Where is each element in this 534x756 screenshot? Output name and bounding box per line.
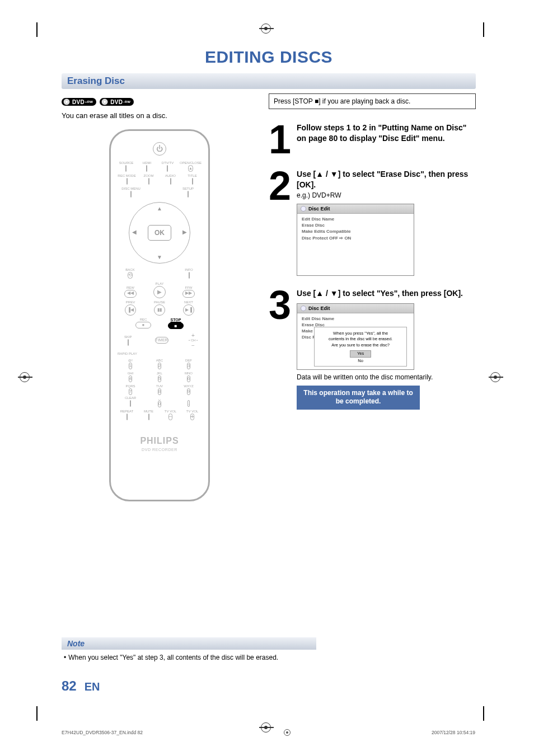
btn-label: DISC MENU xyxy=(121,187,140,190)
btn-label: CLEAR xyxy=(125,396,136,400)
generic-button xyxy=(148,414,149,420)
num-button: 8 xyxy=(158,388,161,395)
num-button: 1 xyxy=(129,363,132,369)
step-text: Use [▲ / ▼] to select "Erase Disc", then… xyxy=(297,169,476,190)
next-icon: ▶▐ xyxy=(183,304,194,316)
popup-line: Are you sure to erase the disc? xyxy=(318,342,403,349)
step-3: 3 Use [▲ / ▼] to select "Yes", then pres… xyxy=(269,288,476,410)
print-footer: E7H42UD_DVDR3506-37_EN.indd 82 2007/12/2… xyxy=(62,729,475,736)
btn-label: PREV xyxy=(126,300,135,304)
btn-label: TITLE xyxy=(188,174,196,177)
menu-title: Disc Edit xyxy=(297,304,414,313)
menu-item: Make Edits Compatible xyxy=(302,228,409,234)
step-number: 3 xyxy=(269,288,291,322)
print-date: 2007/12/28 10:54:19 xyxy=(432,730,475,735)
section-heading-bar: Erasing Disc xyxy=(62,73,476,89)
dot-button: . xyxy=(188,400,190,407)
result-text: Data will be written onto the disc momen… xyxy=(297,373,476,381)
btn-label: DTV/TV xyxy=(162,161,174,165)
note-box: Note When you select "Yes" at step 3, al… xyxy=(62,637,316,666)
popup-option-yes: Yes xyxy=(350,350,371,358)
num-label: GHI xyxy=(128,372,134,375)
registration-mark-icon xyxy=(284,729,291,736)
rew-icon: ◀◀ xyxy=(124,290,137,298)
page-number: 82 xyxy=(62,678,77,694)
btn-label: SOURCE xyxy=(119,161,134,165)
generic-button xyxy=(192,178,193,185)
step-2: 2 Use [▲ / ▼] to select "Erase Disc", th… xyxy=(269,169,476,276)
arrow-down-icon: ▼ xyxy=(157,254,162,260)
note-heading: Note xyxy=(62,637,316,650)
registration-mark-icon xyxy=(20,372,30,382)
disc-edit-menu: Disc Edit Edit Disc Name Erase Disc Make… xyxy=(297,204,414,276)
num-label: TUV xyxy=(156,384,163,388)
btn-label: NEXT xyxy=(184,300,193,304)
btn-label: INFO xyxy=(185,268,193,271)
num-label: @! xyxy=(128,359,133,362)
power-icon: ⏻ xyxy=(153,142,166,156)
operation-note: This operation may take a while to be co… xyxy=(297,386,420,410)
brand-subtitle: DVD RECORDER xyxy=(118,448,202,452)
num-button: 9 xyxy=(187,388,190,395)
generic-button xyxy=(170,178,171,185)
num-button: 6 xyxy=(187,375,190,382)
btn-label: MUTE xyxy=(144,410,153,413)
num-label: WXYZ xyxy=(184,384,193,388)
dvd-rw-badge: DVD+RW xyxy=(62,98,96,106)
step-1: 1 Follow steps 1 to 2 in "Putting Name o… xyxy=(269,123,476,157)
eject-icon: ▲ xyxy=(188,165,193,172)
rec-icon: ● xyxy=(135,322,151,328)
btn-label: FFW xyxy=(185,286,193,289)
num-label: PQRS xyxy=(125,384,135,388)
back-icon: ⟲ xyxy=(128,272,133,279)
disc-icon xyxy=(101,98,108,105)
plus-icon: + xyxy=(191,332,195,339)
vol-up-icon: + xyxy=(190,414,195,420)
btn-label: • CH • xyxy=(189,339,198,342)
generic-button xyxy=(189,272,190,279)
generic-button xyxy=(188,191,189,198)
num-button: 7 xyxy=(129,388,132,395)
btn-label: REPEAT xyxy=(120,410,134,413)
btn-label: AUDIO xyxy=(165,174,176,177)
generic-button xyxy=(148,178,149,185)
dvd-rw-badge: DVD-RW xyxy=(100,98,134,106)
vol-down-icon: − xyxy=(168,414,173,420)
num-button: 0 xyxy=(158,401,161,407)
brand-logo: PHILIPS xyxy=(118,436,202,446)
num-label: DEF xyxy=(185,359,192,362)
btn-label: PAUSE xyxy=(154,300,165,304)
num-label: ABC xyxy=(156,359,163,362)
menu-title-text: Disc Edit xyxy=(308,306,330,311)
arrow-up-icon: ▲ xyxy=(157,205,162,212)
step-text: Use [▲ / ▼] to select "Yes", then press … xyxy=(297,288,476,299)
menu-title: Disc Edit xyxy=(297,204,414,214)
btn-label: TV VOL xyxy=(165,410,176,413)
btn-label: OPEN/CLOSE xyxy=(180,161,202,165)
page-language: EN xyxy=(85,680,100,693)
disc-icon xyxy=(301,206,306,212)
stop-button-highlighted: ■ xyxy=(168,322,184,329)
dpad: ▲ ▼ ◀ ▶ OK xyxy=(129,202,190,264)
btn-label: REC xyxy=(140,318,147,321)
btn-label: BACK xyxy=(125,268,134,271)
play-icon: ▶ xyxy=(153,286,166,298)
timer-button: TIMER xyxy=(155,337,168,344)
registration-mark-icon xyxy=(261,24,271,34)
btn-label: HDMI xyxy=(143,161,151,165)
btn-label: ZOOM xyxy=(144,174,154,177)
generic-button xyxy=(127,178,128,185)
page-footer: 82 EN xyxy=(62,678,100,694)
generic-button xyxy=(128,339,129,346)
generic-button xyxy=(146,165,147,172)
step-number: 2 xyxy=(269,169,291,203)
disc-badges: DVD+RW DVD-RW xyxy=(62,98,257,106)
step-number: 1 xyxy=(269,123,291,157)
step-subtext: e.g.) DVD+RW xyxy=(297,191,476,199)
generic-button xyxy=(127,414,128,420)
ffw-icon: ▶▶ xyxy=(182,290,195,298)
disc-icon xyxy=(63,98,70,105)
section-title: Erasing Disc xyxy=(67,76,470,87)
num-label: JKL xyxy=(157,372,162,375)
btn-label: TV VOL xyxy=(186,410,198,413)
